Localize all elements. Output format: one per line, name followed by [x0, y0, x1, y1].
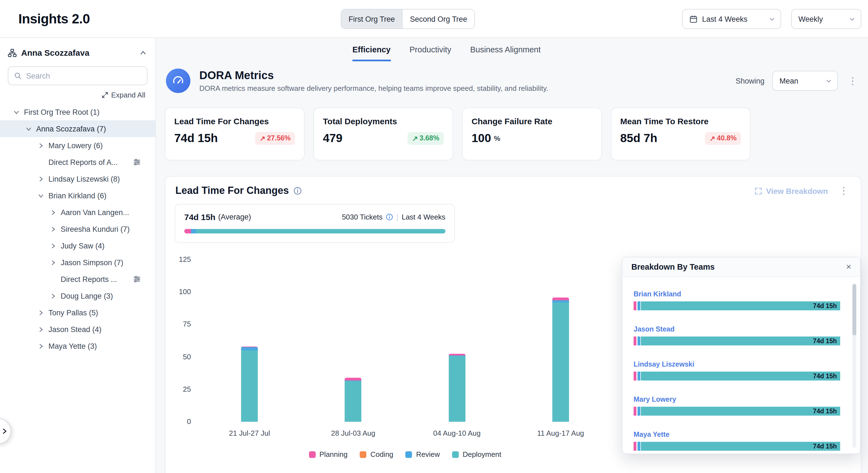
- tree-item[interactable]: Aaron Van Langen...: [0, 204, 155, 220]
- x-axis-label: 11 Aug-17 Aug: [509, 429, 613, 437]
- team-name-link[interactable]: Mary Lowery: [633, 395, 676, 403]
- tree-item-label: Doug Lange (3): [61, 292, 113, 300]
- legend-swatch: [360, 451, 366, 458]
- kebab-menu-icon[interactable]: ⋮: [846, 76, 860, 86]
- tree-item[interactable]: Anna Scozzafava (7): [0, 120, 155, 137]
- bar-28-jul-03-aug[interactable]: [345, 378, 362, 422]
- summary-average-value: 74d 15h: [184, 212, 215, 222]
- chevron-right-icon[interactable]: [38, 309, 49, 316]
- chart-plot: [198, 260, 613, 422]
- team-name-link[interactable]: Jason Stead: [633, 325, 675, 333]
- view-breakdown-button[interactable]: View Breakdown: [754, 186, 828, 195]
- breakdown-panel-header: Breakdown By Teams ×: [622, 257, 860, 277]
- chevron-down-icon[interactable]: [13, 109, 24, 115]
- legend-label: Coding: [370, 450, 393, 459]
- tree-item[interactable]: Jason Stead (4): [0, 321, 155, 337]
- tab-business-alignment[interactable]: Business Alignment: [470, 45, 540, 61]
- team-row: Jason Stead74d 15h: [633, 324, 840, 346]
- team-name-link[interactable]: Maya Yette: [633, 431, 670, 439]
- tab-efficiency[interactable]: Efficiency: [352, 45, 391, 61]
- metric-card-title: Lead Time For Changes: [174, 116, 295, 126]
- org-tree-tab[interactable]: Second Org Tree: [402, 9, 475, 28]
- team-bar[interactable]: 74d 15h: [633, 407, 840, 416]
- dora-controls: Showing Mean ⋮: [736, 71, 860, 91]
- chevron-right-icon[interactable]: [50, 226, 61, 232]
- summary-segment-review: [191, 229, 196, 233]
- team-bar[interactable]: 74d 15h: [633, 301, 840, 310]
- team-bar[interactable]: 74d 15h: [633, 336, 840, 346]
- granularity-select[interactable]: Weekly: [791, 9, 861, 29]
- chevron-right-icon[interactable]: [38, 326, 49, 332]
- info-icon[interactable]: [386, 213, 393, 220]
- chevron-down-icon[interactable]: [26, 126, 36, 132]
- legend-label: Deployment: [463, 450, 501, 459]
- search-input[interactable]: [26, 71, 142, 80]
- metric-unit: %: [494, 134, 500, 142]
- close-icon[interactable]: ×: [846, 262, 851, 271]
- tree-item[interactable]: Tony Pallas (5): [0, 304, 155, 321]
- chevron-right-icon[interactable]: [38, 176, 49, 182]
- metric-card: Mean Time To Restore85d 7h↗40.8%: [611, 108, 750, 160]
- filter-icon[interactable]: [133, 158, 141, 166]
- tree-item[interactable]: Maya Yette (3): [0, 337, 155, 354]
- tree-item[interactable]: Judy Saw (4): [0, 237, 155, 254]
- metric-value: 479: [323, 131, 342, 145]
- kebab-menu-icon[interactable]: ⋮: [837, 186, 851, 196]
- info-icon[interactable]: [293, 187, 302, 195]
- filter-icon[interactable]: [133, 275, 141, 283]
- team-name-link[interactable]: Brian Kirkland: [633, 290, 681, 298]
- tree-item[interactable]: Doug Lange (3): [0, 288, 155, 304]
- y-axis-tick: 75: [183, 320, 191, 329]
- tab-productivity[interactable]: Productivity: [409, 45, 451, 61]
- search-icon: [14, 72, 22, 80]
- trend-badge: ↗40.8%: [705, 132, 741, 145]
- scrollbar-thumb[interactable]: [852, 284, 856, 335]
- date-range-select[interactable]: Last 4 Weeks: [682, 9, 781, 29]
- tree-item[interactable]: Mary Lowery (6): [0, 137, 155, 154]
- team-bar[interactable]: 74d 15h: [633, 372, 840, 381]
- bar-04-aug-10-aug[interactable]: [448, 354, 465, 422]
- team-bar[interactable]: 74d 15h: [633, 442, 840, 451]
- panel-scrollbar[interactable]: [852, 283, 856, 448]
- tree-item[interactable]: Direct Reports ...: [0, 271, 155, 288]
- metric-value: 100: [472, 131, 491, 145]
- team-bar-segment-review: [638, 336, 640, 346]
- chevron-up-icon[interactable]: [140, 49, 147, 56]
- chevron-right-icon: [1, 428, 8, 435]
- main-tabs: EfficiencyProductivityBusiness Alignment: [165, 38, 862, 61]
- tree-item-label: Tony Pallas (5): [49, 308, 98, 317]
- main-content: EfficiencyProductivityBusiness Alignment…: [156, 38, 868, 473]
- chevron-down-icon[interactable]: [38, 193, 49, 199]
- bar-column: [405, 260, 509, 422]
- tree-item[interactable]: Jason Simpson (7): [0, 254, 155, 271]
- chevron-right-icon[interactable]: [50, 243, 61, 249]
- chevron-right-icon[interactable]: [38, 343, 49, 349]
- chevron-right-icon[interactable]: [50, 209, 61, 215]
- team-bar-segment-deployment: 74d 15h: [641, 442, 840, 451]
- org-tree-tab[interactable]: First Org Tree: [341, 9, 402, 28]
- legend-label: Planning: [319, 450, 347, 459]
- chevron-right-icon[interactable]: [50, 259, 61, 265]
- tree-item-label: Sireesha Kunduri (7): [61, 225, 130, 233]
- tree-item[interactable]: Lindsay Liszewski (8): [0, 171, 155, 187]
- team-bar-segment-review: [638, 372, 640, 381]
- chevron-right-icon[interactable]: [38, 142, 49, 148]
- bar-21-jul-27-jul[interactable]: [241, 347, 258, 422]
- tree-item[interactable]: Brian Kirkland (6): [0, 187, 155, 204]
- bar-11-aug-17-aug[interactable]: [552, 297, 569, 422]
- tree-item-label: Direct Reports of A...: [49, 158, 118, 166]
- team-name-link[interactable]: Lindsay Liszewski: [633, 360, 694, 368]
- bar-segment-review: [241, 347, 258, 350]
- tree-item[interactable]: Direct Reports of A...: [0, 154, 155, 171]
- showing-label: Showing: [736, 77, 765, 85]
- team-bar-segment-review: [638, 407, 640, 416]
- aggregation-select[interactable]: Mean: [772, 71, 838, 91]
- legend-item-coding: Coding: [360, 450, 393, 459]
- expand-all-button[interactable]: Expand All: [10, 91, 145, 99]
- tree-item[interactable]: Sireesha Kunduri (7): [0, 220, 155, 237]
- chevron-right-icon[interactable]: [50, 293, 61, 299]
- tree-item[interactable]: First Org Tree Root (1): [0, 104, 155, 120]
- chevron-down-icon: [769, 16, 775, 22]
- bar-segment-planning: [448, 354, 465, 356]
- team-bar-value: 74d 15h: [813, 373, 837, 379]
